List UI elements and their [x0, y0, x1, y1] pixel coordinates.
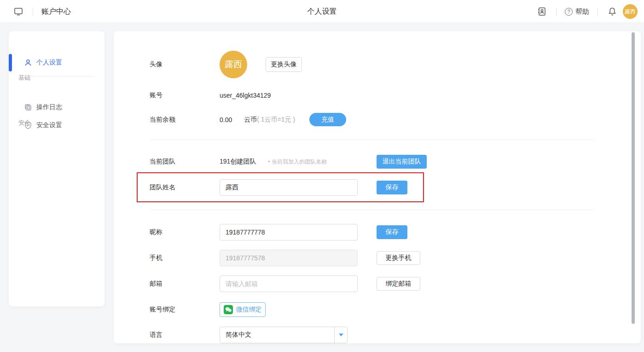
- change-avatar-button[interactable]: 更换头像: [266, 57, 302, 72]
- settings-panel: 头像 露西 更换头像 账号 user_46lgkt34129 当前余额 0.00…: [114, 31, 641, 343]
- help-button[interactable]: ? 帮助: [565, 7, 589, 16]
- sidebar-divider: [18, 76, 95, 76]
- section-divider: [150, 210, 594, 210]
- header-divider: [598, 7, 598, 16]
- question-circle-icon: ?: [565, 8, 573, 16]
- balance-note: ( 1云币=1元 ): [257, 116, 295, 124]
- account-label: 账号: [150, 91, 162, 100]
- sidebar-item-label: 个人设置: [36, 59, 62, 67]
- sidebar-item-operation-log[interactable]: 操作日志: [9, 100, 104, 115]
- phone-label: 手机: [150, 254, 162, 262]
- wechat-bind-button[interactable]: 微信绑定: [220, 302, 266, 317]
- account-row: 账号 user_46lgkt34129: [114, 89, 641, 102]
- nickname-input[interactable]: [220, 224, 358, 241]
- profile-avatar: 露西: [220, 51, 247, 78]
- account-value: user_46lgkt34129: [220, 92, 271, 99]
- help-label: 帮助: [575, 7, 589, 16]
- balance-row: 当前余额 0.00 云币 ( 1云币=1元 ) 充值: [114, 113, 641, 126]
- wechat-icon: [224, 305, 233, 314]
- team-name-input[interactable]: [220, 179, 358, 196]
- operation-log-icon: [24, 103, 32, 111]
- contacts-icon[interactable]: [536, 6, 548, 18]
- sidebar-item-personal-settings[interactable]: 个人设置: [9, 54, 104, 71]
- user-icon: [24, 59, 32, 67]
- wechat-bind-label: 微信绑定: [236, 305, 262, 314]
- language-row: 语言 简体中文: [114, 327, 641, 343]
- user-avatar[interactable]: 露西: [623, 4, 638, 19]
- section-divider: [150, 140, 594, 140]
- team-hint: • 当前我加入的团队名称: [268, 158, 327, 166]
- page: 账户中心 个人设置 ? 帮助: [0, 0, 644, 352]
- phone-row: 手机 更换手机: [114, 250, 641, 266]
- email-row: 邮箱 绑定邮箱: [114, 276, 641, 292]
- email-label: 邮箱: [150, 280, 162, 288]
- vertical-scrollbar[interactable]: [632, 32, 635, 324]
- current-team-row: 当前团队 191创建团队 • 当前我加入的团队名称 退出当前团队: [114, 155, 641, 169]
- balance-unit: 云币: [244, 116, 257, 124]
- team-name-row: 团队姓名 保存: [114, 179, 641, 196]
- binding-label: 账号绑定: [150, 305, 175, 314]
- sidebar-item-security-settings[interactable]: 安全设置: [9, 118, 104, 133]
- page-title: 个人设置: [307, 0, 337, 23]
- sidebar-section-basic: 基础: [18, 74, 30, 82]
- monitor-icon[interactable]: [12, 6, 24, 18]
- app-title: 账户中心: [41, 7, 71, 17]
- sidebar-item-label: 安全设置: [36, 121, 62, 129]
- balance-label: 当前余额: [150, 116, 175, 124]
- team-label: 当前团队: [150, 158, 175, 166]
- change-phone-button[interactable]: 更换手机: [377, 251, 420, 265]
- nickname-row: 昵称 保存: [114, 224, 641, 241]
- header-divider: [33, 7, 33, 16]
- team-value: 191创建团队: [220, 158, 256, 166]
- quit-team-button[interactable]: 退出当前团队: [377, 155, 427, 169]
- language-label: 语言: [150, 331, 162, 339]
- phone-input: [220, 250, 358, 266]
- avatar-row: 头像 露西 更换头像: [114, 51, 641, 78]
- team-name-label: 团队姓名: [150, 183, 175, 192]
- shield-icon: [24, 121, 32, 129]
- recharge-button[interactable]: 充值: [309, 113, 346, 126]
- sidebar-item-label: 操作日志: [36, 103, 62, 111]
- chevron-down-icon: [334, 327, 347, 343]
- balance-amount: 0.00: [220, 116, 232, 123]
- bind-email-button[interactable]: 绑定邮箱: [377, 277, 420, 291]
- language-select[interactable]: 简体中文: [220, 327, 348, 343]
- email-input[interactable]: [220, 276, 358, 292]
- language-value: 简体中文: [220, 331, 334, 339]
- bell-icon[interactable]: [606, 6, 618, 18]
- sidebar: 基础 个人设置 安全 操作日志: [9, 31, 104, 306]
- save-team-name-button[interactable]: 保存: [377, 181, 407, 194]
- save-nickname-button[interactable]: 保存: [377, 225, 407, 239]
- top-header: 账户中心 个人设置 ? 帮助: [0, 0, 644, 23]
- account-binding-row: 账号绑定 微信绑定: [114, 302, 641, 317]
- header-divider: [556, 7, 557, 16]
- nickname-label: 昵称: [150, 228, 162, 236]
- avatar-label: 头像: [150, 60, 162, 69]
